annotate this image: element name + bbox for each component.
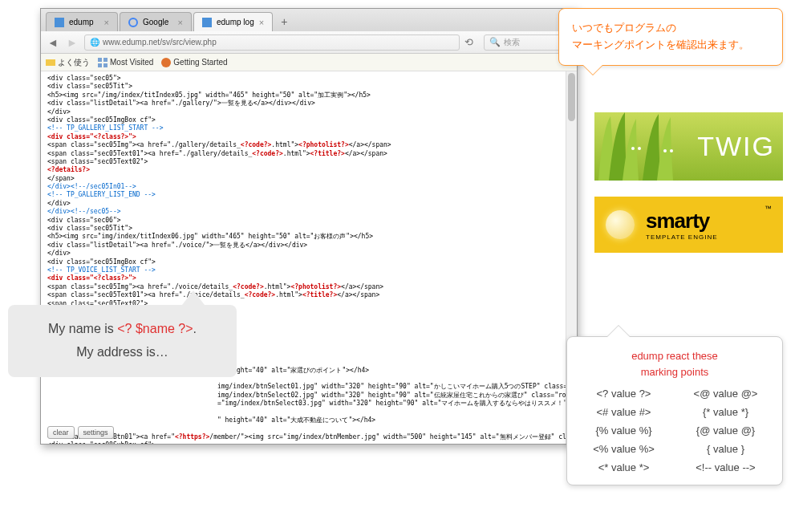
callout-line: My name is <? $name ?>. <box>48 318 197 341</box>
marking-item: <* value *> <box>580 461 667 473</box>
tab-label: Google <box>143 18 168 26</box>
svg-point-9 <box>631 147 635 150</box>
marking-item: {@ value @} <box>682 424 769 437</box>
marking-item: {% value %} <box>580 424 667 437</box>
url-field[interactable]: 🌐 www.edump.net/sv/src/view.php <box>84 35 460 51</box>
lightbulb-icon <box>606 210 635 239</box>
tab-label: edump log <box>217 18 254 26</box>
smarty-sub: TEMPLATE ENGINE <box>646 234 718 241</box>
marking-item: <? value ?> <box>580 388 667 400</box>
svg-rect-4 <box>98 58 102 62</box>
callout-line: My address is… <box>76 341 168 364</box>
globe-icon: 🌐 <box>90 38 99 47</box>
svg-rect-7 <box>103 63 107 67</box>
svg-rect-2 <box>202 18 212 27</box>
svg-rect-0 <box>55 18 64 27</box>
tab-bar: edump × Google × edump log × + <box>41 9 577 31</box>
bookmark-label: Most Visited <box>110 58 153 67</box>
scrollbar-thumb[interactable] <box>568 73 575 121</box>
tab-google[interactable]: Google × <box>120 12 192 31</box>
browser-window: edump × Google × edump log × + ◄ ► 🌐 www… <box>40 8 578 445</box>
back-button[interactable]: ◄ <box>46 35 60 50</box>
search-icon: 🔍 <box>489 37 501 47</box>
svg-point-10 <box>638 147 641 150</box>
tab-edump[interactable]: edump × <box>46 12 118 31</box>
bookmark-bar: よく使う Most Visited Getting Started <box>41 54 577 71</box>
smarty-name: smarty <box>646 209 718 234</box>
bookmark-most-visited[interactable]: Most Visited <box>98 58 153 67</box>
firefox-icon <box>161 58 171 67</box>
tab-edump-log[interactable]: edump log × <box>193 12 273 31</box>
svg-rect-3 <box>46 59 55 66</box>
bookmark-frequent[interactable]: よく使う <box>46 57 90 68</box>
callout-marking-points: edump react these marking points <? valu… <box>566 336 783 485</box>
twig-logo: TWIG <box>594 112 783 181</box>
svg-rect-5 <box>103 58 107 62</box>
search-placeholder: 検索 <box>504 37 520 48</box>
grid-icon <box>98 58 107 67</box>
clear-button[interactable]: clear <box>47 426 75 439</box>
page-icon <box>202 18 212 27</box>
bookmark-getting-started[interactable]: Getting Started <box>161 58 227 67</box>
marking-item: <!-- value --> <box>682 461 769 473</box>
svg-rect-6 <box>98 63 102 67</box>
new-tab-button[interactable]: + <box>274 12 294 31</box>
url-text: www.edump.net/sv/src/view.php <box>103 38 217 47</box>
marking-item: <# value #> <box>580 406 667 418</box>
svg-point-8 <box>161 58 171 67</box>
callout-line: いつでもプログラムの <box>572 20 769 37</box>
marking-item: { value } <box>682 443 769 455</box>
reload-button[interactable]: ⟲ <box>464 36 479 48</box>
content-area: <div class="sec05"> <div class="sec05Tit… <box>41 71 577 444</box>
address-bar: ◄ ► 🌐 www.edump.net/sv/src/view.php ⟲ 🔍 … <box>41 31 577 54</box>
marking-item: <% value %> <box>580 443 667 455</box>
callout-line: マーキングポイントを確認出来ます。 <box>572 37 769 54</box>
forward-button[interactable]: ► <box>65 35 79 50</box>
twig-text: TWIG <box>697 131 775 162</box>
page-icon <box>55 18 64 27</box>
tab-label: edump <box>69 18 94 26</box>
settings-button[interactable]: settings <box>78 426 114 439</box>
php-tag: <? $name ?> <box>117 322 193 335</box>
folder-icon <box>46 58 55 67</box>
svg-point-1 <box>129 18 137 26</box>
bottom-buttons: clear settings <box>47 426 114 439</box>
trademark: ™ <box>765 205 772 213</box>
code-block[interactable]: <div class="sec05"> <div class="sec05Tit… <box>41 71 577 444</box>
close-icon[interactable]: × <box>259 18 264 27</box>
close-icon[interactable]: × <box>104 18 109 27</box>
bookmark-label: Getting Started <box>173 58 227 67</box>
callout-confirm-marking: いつでもプログラムの マーキングポイントを確認出来ます。 <box>558 8 783 66</box>
marking-head: edump react these marking points <box>580 348 769 380</box>
marking-grid: <? value ?><@ value @><# value #>{* valu… <box>580 388 769 473</box>
svg-point-11 <box>663 149 667 152</box>
marking-item: {* value *} <box>682 406 769 418</box>
marking-item: <@ value @> <box>682 388 769 400</box>
google-icon <box>128 18 138 27</box>
svg-point-12 <box>670 149 673 152</box>
bookmark-label: よく使う <box>58 57 90 68</box>
callout-name-address: My name is <? $name ?>. My address is… <box>8 305 237 377</box>
close-icon[interactable]: × <box>178 18 183 27</box>
grass-icon <box>594 112 699 181</box>
smarty-text-wrap: smarty TEMPLATE ENGINE <box>646 209 718 241</box>
smarty-logo: smarty TEMPLATE ENGINE ™ <box>594 197 783 253</box>
